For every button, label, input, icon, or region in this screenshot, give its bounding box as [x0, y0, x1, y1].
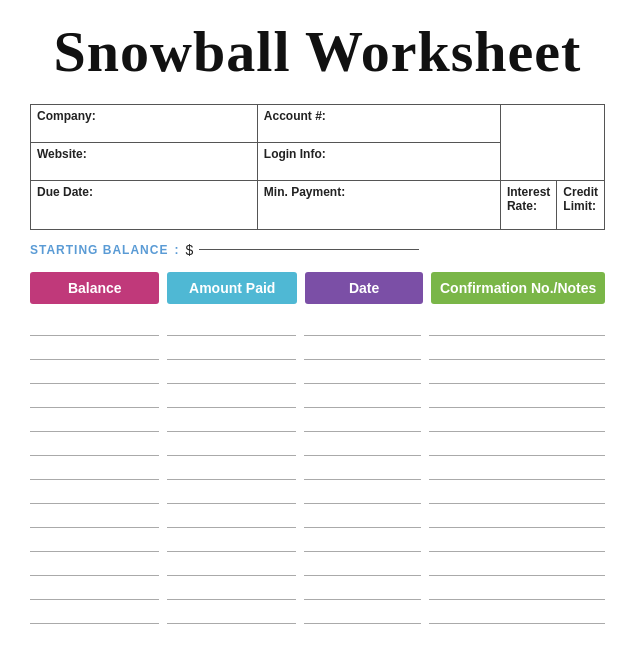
table-row	[429, 410, 605, 432]
min-payment-label: Min. Payment:	[264, 185, 494, 199]
table-row	[30, 434, 159, 456]
table-row	[304, 602, 421, 624]
table-row	[167, 530, 296, 552]
starting-balance-row: STARTING BALANCE : $	[30, 242, 605, 258]
table-row	[167, 554, 296, 576]
table-row	[30, 554, 159, 576]
table-row	[30, 482, 159, 504]
table-row	[30, 362, 159, 384]
table-row	[429, 506, 605, 528]
table-row	[167, 386, 296, 408]
table-row	[30, 626, 159, 646]
table-row	[429, 578, 605, 600]
table-row	[30, 386, 159, 408]
table-row	[167, 410, 296, 432]
table-row	[429, 482, 605, 504]
table-row	[167, 626, 296, 646]
table-row	[429, 314, 605, 336]
date-header-button[interactable]: Date	[305, 272, 423, 304]
amount-paid-header-button[interactable]: Amount Paid	[167, 272, 296, 304]
table-row	[304, 578, 421, 600]
column-headers: Balance Amount Paid Date Confirmation No…	[30, 272, 605, 304]
table-row	[30, 530, 159, 552]
table-row	[429, 434, 605, 456]
table-row	[304, 506, 421, 528]
table-row	[167, 506, 296, 528]
table-row	[304, 410, 421, 432]
table-row	[429, 626, 605, 646]
table-row	[429, 602, 605, 624]
table-row	[167, 458, 296, 480]
login-label: Login Info:	[264, 147, 494, 161]
confirmation-column	[429, 314, 605, 646]
table-row	[304, 434, 421, 456]
table-row	[167, 434, 296, 456]
table-row	[429, 362, 605, 384]
table-row	[30, 314, 159, 336]
table-row	[304, 626, 421, 646]
table-row	[167, 314, 296, 336]
table-row	[304, 554, 421, 576]
amount-paid-column	[167, 314, 296, 646]
starting-balance-input-line	[199, 249, 419, 250]
table-row	[30, 602, 159, 624]
table-row	[304, 482, 421, 504]
table-row	[304, 314, 421, 336]
table-row	[304, 530, 421, 552]
balance-column	[30, 314, 159, 646]
table-row	[167, 338, 296, 360]
account-label: Account #:	[264, 109, 494, 123]
table-row	[167, 362, 296, 384]
balance-header-button[interactable]: Balance	[30, 272, 159, 304]
table-row	[304, 386, 421, 408]
starting-balance-label: STARTING BALANCE	[30, 243, 168, 257]
credit-limit-label: Credit Limit:	[563, 185, 598, 213]
table-row	[429, 554, 605, 576]
table-row	[429, 458, 605, 480]
table-row	[167, 578, 296, 600]
interest-rate-label: Interest Rate:	[507, 185, 550, 213]
table-row	[30, 458, 159, 480]
info-table: Company: Account #: Website: Login Info:…	[30, 104, 605, 230]
due-date-label: Due Date:	[37, 185, 251, 199]
table-row	[304, 362, 421, 384]
table-row	[304, 338, 421, 360]
website-label: Website:	[37, 147, 251, 161]
starting-balance-colon: :	[174, 243, 179, 257]
table-row	[429, 338, 605, 360]
table-row	[429, 386, 605, 408]
table-row	[167, 602, 296, 624]
table-row	[30, 338, 159, 360]
table-row	[167, 482, 296, 504]
table-row	[30, 578, 159, 600]
date-column	[304, 314, 421, 646]
company-label: Company:	[37, 109, 251, 123]
confirmation-header-button[interactable]: Confirmation No./Notes	[431, 272, 605, 304]
page-title: Snowball Worksheet	[30, 20, 605, 84]
table-row	[30, 410, 159, 432]
data-rows	[30, 314, 605, 646]
table-row	[429, 530, 605, 552]
table-row	[30, 506, 159, 528]
starting-balance-dollar: $	[185, 242, 193, 258]
table-row	[304, 458, 421, 480]
